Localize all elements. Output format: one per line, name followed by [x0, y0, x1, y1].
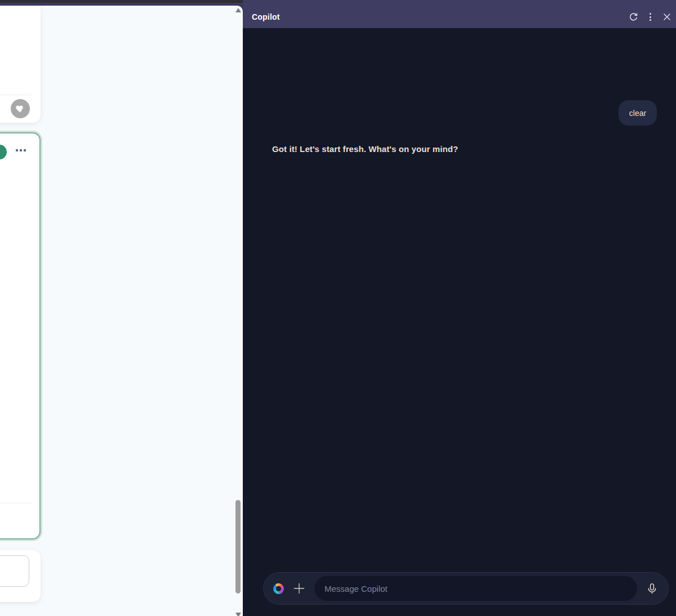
copilot-panel: Copilot clear Got it! Let's start fresh.… [243, 0, 676, 616]
close-icon [663, 13, 671, 21]
refresh-button[interactable] [626, 10, 640, 24]
favorite-button[interactable] [11, 99, 30, 118]
card-divider [0, 503, 32, 503]
scroll-up-arrow-icon[interactable] [235, 8, 241, 12]
more-options-button[interactable] [16, 149, 26, 151]
ellipsis-icon [16, 149, 18, 151]
plus-icon [293, 582, 305, 595]
scrollbar-thumb[interactable] [235, 500, 241, 593]
selected-content-card[interactable] [0, 132, 41, 539]
assistant-message: Got it! Let's start fresh. What's on you… [272, 144, 588, 154]
close-panel-button[interactable] [660, 10, 674, 24]
card-divider [0, 95, 32, 95]
microphone-icon [646, 582, 659, 595]
heart-icon [15, 104, 25, 114]
refresh-icon [629, 12, 638, 22]
panel-title: Copilot [252, 12, 626, 21]
copilot-logo [272, 582, 285, 595]
input-box-outline[interactable] [0, 555, 29, 587]
copilot-header: Copilot [243, 0, 676, 28]
user-message-bubble: clear [619, 100, 657, 126]
message-input[interactable] [314, 576, 637, 601]
web-page-content [0, 6, 243, 616]
add-attachment-button[interactable] [292, 581, 306, 596]
kebab-menu-icon [650, 13, 651, 21]
scroll-down-arrow-icon[interactable] [235, 613, 241, 616]
more-menu-button[interactable] [643, 10, 657, 24]
message-composer [263, 572, 669, 605]
microphone-button[interactable] [644, 581, 660, 596]
